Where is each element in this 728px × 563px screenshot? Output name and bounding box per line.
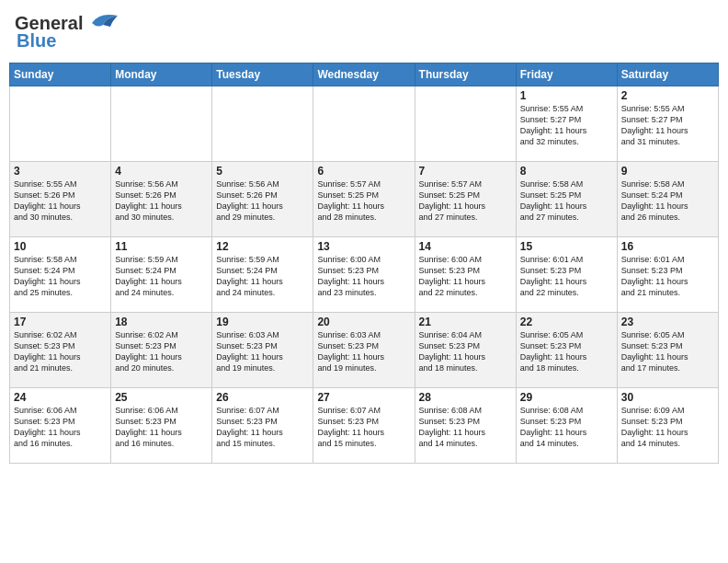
day-info: Sunrise: 6:09 AM Sunset: 5:23 PM Dayligh… [621,405,714,450]
day-info: Sunrise: 6:08 AM Sunset: 5:23 PM Dayligh… [419,405,512,450]
day-number: 29 [520,391,613,404]
day-number: 25 [115,391,208,404]
calendar-cell: 19Sunrise: 6:03 AM Sunset: 5:23 PM Dayli… [212,313,313,388]
calendar-cell: 28Sunrise: 6:08 AM Sunset: 5:23 PM Dayli… [415,388,516,464]
calendar-cell: 7Sunrise: 5:57 AM Sunset: 5:25 PM Daylig… [415,162,516,237]
day-number: 14 [419,240,512,253]
calendar-cell: 26Sunrise: 6:07 AM Sunset: 5:23 PM Dayli… [212,388,313,464]
day-number: 4 [115,165,208,178]
day-number: 11 [115,240,208,253]
weekday-header-wednesday: Wednesday [313,63,415,86]
weekday-header-saturday: Saturday [617,63,718,86]
weekday-header-friday: Friday [516,63,617,86]
calendar-cell: 6Sunrise: 5:57 AM Sunset: 5:25 PM Daylig… [313,162,415,237]
day-info: Sunrise: 6:01 AM Sunset: 5:23 PM Dayligh… [621,254,714,299]
day-number: 5 [216,165,309,178]
calendar-cell [313,86,415,162]
day-number: 30 [621,391,714,404]
calendar-cell: 30Sunrise: 6:09 AM Sunset: 5:23 PM Dayli… [617,388,718,464]
day-number: 16 [621,240,714,253]
day-info: Sunrise: 5:57 AM Sunset: 5:25 PM Dayligh… [419,178,512,224]
calendar-week-row: 10Sunrise: 5:58 AM Sunset: 5:24 PM Dayli… [10,237,719,313]
day-number: 21 [419,316,512,328]
day-info: Sunrise: 5:58 AM Sunset: 5:24 PM Dayligh… [621,178,714,224]
calendar-cell [10,86,111,162]
calendar-week-row: 1Sunrise: 5:55 AM Sunset: 5:27 PM Daylig… [10,86,719,162]
day-info: Sunrise: 6:02 AM Sunset: 5:23 PM Dayligh… [14,329,107,374]
calendar-cell: 11Sunrise: 5:59 AM Sunset: 5:24 PM Dayli… [111,237,212,313]
day-info: Sunrise: 6:03 AM Sunset: 5:23 PM Dayligh… [216,329,309,374]
calendar-cell: 15Sunrise: 6:01 AM Sunset: 5:23 PM Dayli… [516,237,617,313]
day-info: Sunrise: 6:02 AM Sunset: 5:23 PM Dayligh… [115,329,208,374]
day-info: Sunrise: 5:55 AM Sunset: 5:27 PM Dayligh… [621,103,714,148]
calendar-cell: 17Sunrise: 6:02 AM Sunset: 5:23 PM Dayli… [10,313,111,388]
calendar-cell: 14Sunrise: 6:00 AM Sunset: 5:23 PM Dayli… [415,237,516,313]
calendar-cell: 16Sunrise: 6:01 AM Sunset: 5:23 PM Dayli… [617,237,718,313]
day-number: 7 [419,165,512,178]
day-number: 26 [216,391,309,404]
day-number: 28 [419,391,512,404]
day-info: Sunrise: 6:00 AM Sunset: 5:23 PM Dayligh… [419,254,512,299]
weekday-header-thursday: Thursday [415,63,516,86]
calendar-cell: 3Sunrise: 5:55 AM Sunset: 5:26 PM Daylig… [10,162,111,237]
day-number: 13 [317,240,410,253]
calendar-week-row: 3Sunrise: 5:55 AM Sunset: 5:26 PM Daylig… [10,162,719,237]
day-info: Sunrise: 5:58 AM Sunset: 5:25 PM Dayligh… [520,178,613,224]
logo-bird-icon [85,12,118,32]
day-info: Sunrise: 6:06 AM Sunset: 5:23 PM Dayligh… [14,405,107,450]
calendar-table: SundayMondayTuesdayWednesdayThursdayFrid… [9,63,719,464]
day-info: Sunrise: 6:05 AM Sunset: 5:23 PM Dayligh… [621,329,714,374]
calendar-cell: 22Sunrise: 6:05 AM Sunset: 5:23 PM Dayli… [516,313,617,388]
calendar-cell: 12Sunrise: 5:59 AM Sunset: 5:24 PM Dayli… [212,237,313,313]
calendar-cell [415,86,516,162]
weekday-header-tuesday: Tuesday [212,63,313,86]
day-info: Sunrise: 5:59 AM Sunset: 5:24 PM Dayligh… [216,254,309,299]
day-number: 17 [14,316,107,328]
day-info: Sunrise: 6:00 AM Sunset: 5:23 PM Dayligh… [317,254,410,299]
calendar-week-row: 24Sunrise: 6:06 AM Sunset: 5:23 PM Dayli… [10,388,719,464]
calendar-cell: 25Sunrise: 6:06 AM Sunset: 5:23 PM Dayli… [111,388,212,464]
day-number: 24 [14,391,107,404]
day-number: 19 [216,316,309,328]
calendar-cell: 2Sunrise: 5:55 AM Sunset: 5:27 PM Daylig… [617,86,718,162]
day-number: 6 [317,165,410,178]
calendar-cell: 5Sunrise: 5:56 AM Sunset: 5:26 PM Daylig… [212,162,313,237]
page: General Blue SundayMondayTuesdayWednesda… [0,0,728,563]
day-number: 22 [520,316,613,328]
day-number: 23 [621,316,714,328]
day-info: Sunrise: 6:04 AM Sunset: 5:23 PM Dayligh… [419,329,512,374]
day-info: Sunrise: 5:57 AM Sunset: 5:25 PM Dayligh… [317,178,410,224]
day-number: 12 [216,240,309,253]
calendar-cell [111,86,212,162]
calendar-cell: 10Sunrise: 5:58 AM Sunset: 5:24 PM Dayli… [10,237,111,313]
calendar-cell: 9Sunrise: 5:58 AM Sunset: 5:24 PM Daylig… [617,162,718,237]
calendar-cell: 23Sunrise: 6:05 AM Sunset: 5:23 PM Dayli… [617,313,718,388]
weekday-header-sunday: Sunday [10,63,111,86]
calendar-cell: 1Sunrise: 5:55 AM Sunset: 5:27 PM Daylig… [516,86,617,162]
calendar-cell: 8Sunrise: 5:58 AM Sunset: 5:25 PM Daylig… [516,162,617,237]
day-info: Sunrise: 5:56 AM Sunset: 5:26 PM Dayligh… [115,178,208,224]
calendar-cell: 13Sunrise: 6:00 AM Sunset: 5:23 PM Dayli… [313,237,415,313]
day-info: Sunrise: 6:03 AM Sunset: 5:23 PM Dayligh… [317,329,410,374]
day-info: Sunrise: 5:56 AM Sunset: 5:26 PM Dayligh… [216,178,309,224]
day-info: Sunrise: 5:59 AM Sunset: 5:24 PM Dayligh… [115,254,208,299]
day-info: Sunrise: 6:08 AM Sunset: 5:23 PM Dayligh… [520,405,613,450]
day-info: Sunrise: 6:06 AM Sunset: 5:23 PM Dayligh… [115,405,208,450]
logo: General Blue [15,13,118,52]
day-number: 3 [14,165,107,178]
day-info: Sunrise: 6:07 AM Sunset: 5:23 PM Dayligh… [317,405,410,450]
logo-blue: Blue [17,30,56,52]
day-info: Sunrise: 6:01 AM Sunset: 5:23 PM Dayligh… [520,254,613,299]
day-number: 8 [520,165,613,178]
day-info: Sunrise: 6:07 AM Sunset: 5:23 PM Dayligh… [216,405,309,450]
weekday-header-monday: Monday [111,63,212,86]
day-number: 2 [621,89,714,102]
weekday-header-row: SundayMondayTuesdayWednesdayThursdayFrid… [10,63,719,86]
calendar-cell [212,86,313,162]
day-number: 27 [317,391,410,404]
day-number: 9 [621,165,714,178]
calendar-cell: 29Sunrise: 6:08 AM Sunset: 5:23 PM Dayli… [516,388,617,464]
day-info: Sunrise: 5:55 AM Sunset: 5:27 PM Dayligh… [520,103,613,148]
day-info: Sunrise: 5:55 AM Sunset: 5:26 PM Dayligh… [14,178,107,224]
day-number: 20 [317,316,410,328]
